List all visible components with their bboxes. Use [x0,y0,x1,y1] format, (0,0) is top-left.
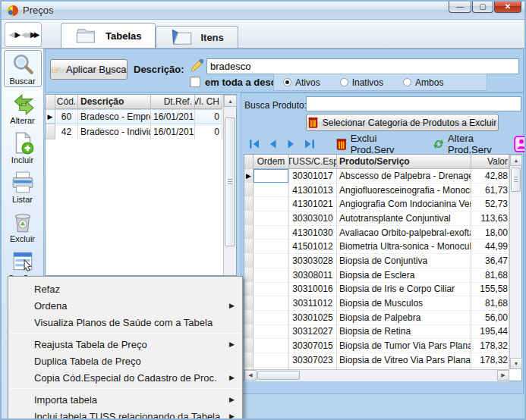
scroll-up-icon[interactable]: ▲ [224,95,237,107]
menu-item-reajusta-tabela[interactable]: Reajusta Tabela de Preço ▶ [8,336,242,353]
record-navigator: ◀ ▶ ◀◀ ▶▶ [5,22,42,47]
grid-cell [254,339,289,353]
grid-row[interactable]: 30311012Biopsia de Musculos81,68 [244,296,521,311]
minimize-button[interactable]: — [449,0,471,13]
swap-arrows-icon [11,92,35,116]
grid-cell: 18,00 [471,226,509,240]
menu-item-label: Duplica Tabela de Preço [34,356,141,367]
grid-row[interactable]: 30308011Biopsia de Esclera81,68 [244,268,521,283]
last-page-icon[interactable] [304,139,315,149]
radio-ambos[interactable]: Ambos [403,77,443,88]
menu-item-copia-cod-especial[interactable]: Copia Cód.Especial do Cadastro de Proc. … [8,369,242,386]
grid-row[interactable]: 41301013Angiofluoresceinografia - Monocu… [244,183,521,198]
col-ordem[interactable]: Ordem [254,155,289,169]
sidebar-item-buscar[interactable]: Buscar [4,50,42,87]
radio-ativos[interactable]: Ativos [283,77,320,88]
tables-grid-vscrollbar[interactable]: ▲ [223,95,236,275]
scroll-right-icon[interactable]: ▶ [497,370,509,381]
tab-itens[interactable]: Itens [156,26,238,48]
whole-description-checkbox[interactable] [190,77,200,87]
grid-cell: 81,68 [471,296,509,311]
first-page-icon[interactable] [249,139,260,149]
grid-cell: 30303010 [289,212,337,226]
person-magenta-icon[interactable] [514,136,524,152]
menu-item-refaz[interactable]: Refaz [8,281,242,297]
radio-label: Ativos [295,77,320,88]
prev-page-icon[interactable] [267,139,279,149]
trash-small-icon [336,138,347,150]
scroll-left-icon[interactable]: ◀ [244,370,257,381]
close-button[interactable]: ✕ [494,0,521,13]
scroll-thumb[interactable] [511,168,521,192]
last-record-icon[interactable]: ▶▶ [30,30,37,40]
col-tuss[interactable]: TUSS/C.Esp [289,155,337,169]
grid-cell: 30310016 [289,283,337,297]
grid-row[interactable]: 41301021Angiografia Com Indocianina Verd… [244,197,521,212]
exclude-product-button[interactable]: Exclui Prod.Serv [336,133,417,154]
prev-record-icon[interactable]: ◀ [9,30,13,40]
row-indicator [244,325,254,340]
sidebar-item-alterar[interactable]: Alterar [4,89,42,127]
sidebar-item-listar[interactable]: Listar [4,168,42,205]
tab-tabelas[interactable]: Tabelas [61,23,156,48]
scroll-thumb[interactable] [225,118,235,246]
sidebar-item-incluir[interactable]: Incluir [4,129,42,166]
col-valor[interactable]: Valor [471,155,509,169]
grid-row[interactable]: ▶30301017Abscesso de Palpebra - Drenagem… [244,169,521,183]
submenu-arrow-icon: ▶ [229,412,235,420]
first-record-icon[interactable]: ◀◀ [20,30,27,40]
menu-item-inclui-tabela-tuss[interactable]: Inclui tabela TUSS relacionando da Tabel… [8,408,242,420]
scroll-down-icon[interactable]: ▼ [510,358,522,369]
grid-row[interactable]: 30303010Autotransplante Conjuntival113,6… [244,212,521,226]
col-dtref[interactable]: Dt.Ref. [151,95,195,109]
apply-search-button[interactable]: ☞ Aplicar Busca [50,59,128,80]
radio-dot [403,78,411,86]
col-descricao[interactable]: Descrição [78,95,151,109]
grid-row[interactable]: 30301025Biopsia de Palpebra56,00 [244,311,521,325]
menu-item-ordena[interactable]: Ordena ▶ [8,297,242,314]
scroll-thumb[interactable] [257,371,300,380]
menu-item-duplica-tabela[interactable]: Duplica Tabela de Preço [8,353,242,369]
grid-cell: Abscesso de Palpebra - Drenagem [337,169,471,183]
maximize-button[interactable]: ▢ [472,0,493,13]
radio-inativos[interactable]: Inativos [340,77,383,88]
grid-row[interactable]: 41301030Avaliacao Orbito-palpebral-exoft… [244,226,521,240]
grid-cell: 56,00 [471,311,509,325]
grid-row[interactable]: 30307015Biopsia de Tumor Via Pars Plana1… [244,339,521,353]
grid-row[interactable]: 30303028Biopsia de Conjuntiva36,47 [244,254,521,268]
description-input[interactable] [206,58,519,74]
grid-row[interactable]: 30312027Biopsia de Retina195,44 [244,325,521,340]
products-grid-hscrollbar[interactable]: ◀ ▶ [244,369,509,381]
tables-grid-header: Cód. Descrição Dt.Ref. Vl. CH [46,95,236,109]
menu-item-label: Importa tabela [34,394,97,406]
product-search-label: Busca Produto: [244,100,307,111]
select-category-button[interactable]: Selecionar Categoria de Produtos a Exclu… [306,114,499,131]
grid-row[interactable]: 41501012Biometria Ultra-sonica - Monocul… [244,240,521,254]
refresh-icon [433,138,444,150]
grid-cell: 41301030 [289,226,337,240]
products-grid-vscrollbar[interactable]: ▲ ▼ [509,155,521,369]
grid-cell: Bradesco - Individual [78,124,151,139]
grid-row[interactable]: 42Bradesco - Individual16/01/20130 [46,124,236,139]
col-produto[interactable]: Produto/Serviço [337,155,471,169]
grid-cell: 30308011 [289,268,337,283]
grid-cell: 42 [55,124,78,139]
grid-row[interactable]: 30307023Biopsia de Vitreo Via Pars Plana… [244,353,521,368]
menu-item-visualiza-planos[interactable]: Visualiza Planos de Saúde com a Tabela [8,314,242,331]
grid-row[interactable]: ▶60Bradesco - Empresa16/01/20130 [46,109,236,124]
product-search-input[interactable] [306,96,521,111]
col-cod[interactable]: Cód. [55,95,78,109]
sidebar-item-excluir[interactable]: Excluir [4,208,42,245]
col-vlch[interactable]: Vl. CH [195,95,222,109]
printer-icon [11,171,35,195]
scroll-up-icon[interactable]: ▲ [510,155,522,166]
tables-grid-body: ▶60Bradesco - Empresa16/01/2013042Brades… [46,109,236,139]
alter-product-button[interactable]: Altera Prod.Serv [433,133,514,154]
grid-row[interactable]: 30310016Biopsia de Iris e Corpo Ciliar15… [244,283,521,297]
next-page-icon[interactable] [285,139,297,149]
grid-cell: 52,73 [471,197,509,212]
grid-cell [254,226,289,240]
next-record-icon[interactable]: ▶ [15,30,19,40]
menu-item-importa-tabela[interactable]: Importa tabela ▶ [8,391,242,408]
tab-label: Tabelas [106,30,141,42]
